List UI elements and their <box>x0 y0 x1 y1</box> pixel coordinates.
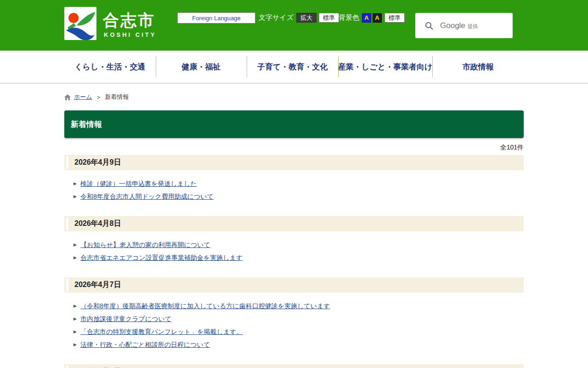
news-date-section: 2026年4月8日 ▶【お知らせ】老人憩の家の利用再開について▶合志市省エネエア… <box>64 216 524 262</box>
home-icon <box>64 94 71 100</box>
news-link[interactable]: （令和8年度）後期高齢者医療制度に加入している方に歯科口腔健診を実施しています <box>80 302 330 310</box>
date-heading: 2026年4月7日 <box>64 277 524 293</box>
breadcrumb-separator: > <box>97 94 101 101</box>
news-link[interactable]: 「合志市の特別支援教育パンフレット」を掲載します。 <box>80 328 243 336</box>
font-size-label: 文字サイズ <box>259 13 294 22</box>
news-link[interactable]: 合志市省エネエアコン設置促進事業補助金を実施します <box>80 254 243 262</box>
search-icon <box>424 21 434 30</box>
news-item: ▶（令和8年度）後期高齢者医療制度に加入している方に歯科口腔健診を実施しています <box>74 302 524 310</box>
global-nav: くらし・生活・交通 健康・福祉 子育て・教育・文化 産業・しごと・事業者向け 市… <box>0 51 588 84</box>
news-item: ▶市内放課後児童クラブについて <box>74 315 524 323</box>
triangle-bullet-icon: ▶ <box>74 254 77 262</box>
triangle-bullet-icon: ▶ <box>74 180 77 188</box>
breadcrumb-current: 新着情報 <box>105 93 129 101</box>
news-list: ▶【お知らせ】老人憩の家の利用再開について▶合志市省エネエアコン設置促進事業補助… <box>64 231 524 262</box>
font-size-controls: 文字サイズ 拡大 標準 <box>259 13 339 23</box>
news-list: ▶（令和8年度）後期高齢者医療制度に加入している方に歯科口腔健診を実施しています… <box>64 293 524 349</box>
news-sections: 2026年4月9日 ▶検診（健診）一括申込書を発送しました▶令和8年度合志市人間… <box>64 155 524 368</box>
site-logo[interactable]: 合志市 KOSHI CITY <box>64 7 156 40</box>
news-date-section: 2026年4月6日 <box>64 364 524 368</box>
breadcrumb: ホーム > 新着情報 <box>64 93 524 101</box>
news-link[interactable]: 令和8年度合志市人間ドック費用助成について <box>80 193 214 201</box>
date-heading: 2026年4月9日 <box>64 155 524 170</box>
site-logo-text: 合志市 KOSHI CITY <box>103 7 156 38</box>
background-color-label: 背景色 <box>339 13 359 22</box>
news-date-section: 2026年4月9日 ▶検診（健診）一括申込書を発送しました▶令和8年度合志市人間… <box>64 155 524 201</box>
news-list: ▶検診（健診）一括申込書を発送しました▶令和8年度合志市人間ドック費用助成につい… <box>64 170 524 201</box>
news-item: ▶【お知らせ】老人憩の家の利用再開について <box>74 241 524 249</box>
news-link[interactable]: 市内放課後児童クラブについて <box>80 315 171 323</box>
nav-item-kosodate[interactable]: 子育て・教育・文化 <box>247 51 338 83</box>
total-count: 全101件 <box>64 144 524 151</box>
date-heading: 2026年4月8日 <box>64 216 524 231</box>
nav-item-kurashi[interactable]: くらし・生活・交通 <box>64 51 156 83</box>
nav-item-sangyo[interactable]: 産業・しごと・事業者向け <box>338 51 433 83</box>
bg-color-standard-button[interactable]: 標準 <box>384 13 405 23</box>
breadcrumb-home-link[interactable]: ホーム <box>74 93 92 101</box>
triangle-bullet-icon: ▶ <box>74 341 77 349</box>
site-header: 合志市 KOSHI CITY Foreign Language 文字サイズ 拡大… <box>0 0 588 51</box>
triangle-bullet-icon: ▶ <box>74 193 77 201</box>
news-item: ▶合志市省エネエアコン設置促進事業補助金を実施します <box>74 254 524 262</box>
nav-item-kenko[interactable]: 健康・福祉 <box>156 51 247 83</box>
triangle-bullet-icon: ▶ <box>74 328 77 336</box>
city-name: 合志市 <box>103 12 156 28</box>
news-item: ▶検診（健診）一括申込書を発送しました <box>74 180 524 188</box>
search-placeholder-brand: Google <box>440 21 465 30</box>
news-link[interactable]: 検診（健診）一括申込書を発送しました <box>80 180 197 188</box>
search-placeholder-suffix: 提供 <box>468 23 478 30</box>
news-link[interactable]: 法律・行政・心配ごと相談所の日程について <box>80 341 210 349</box>
font-size-enlarge-button[interactable]: 拡大 <box>296 13 317 23</box>
main-content: ホーム > 新着情報 新着情報 全101件 2026年4月9日 ▶検診（健診）一… <box>64 93 524 368</box>
date-heading: 2026年4月6日 <box>64 364 524 368</box>
foreign-language-button[interactable]: Foreign Language <box>177 12 255 23</box>
background-color-controls: 背景色 A A 標準 <box>339 13 405 23</box>
koshi-city-emblem-icon <box>64 7 96 40</box>
news-item: ▶令和8年度合志市人間ドック費用助成について <box>74 193 524 201</box>
page-title: 新着情報 <box>64 110 524 138</box>
triangle-bullet-icon: ▶ <box>74 241 77 249</box>
news-date-section: 2026年4月7日 ▶（令和8年度）後期高齢者医療制度に加入している方に歯科口腔… <box>64 277 524 349</box>
bg-color-blue-button[interactable]: A <box>362 13 371 23</box>
news-link[interactable]: 【お知らせ】老人憩の家の利用再開について <box>80 241 210 249</box>
triangle-bullet-icon: ▶ <box>74 302 77 310</box>
bg-color-black-button[interactable]: A <box>373 13 382 23</box>
city-name-en: KOSHI CITY <box>104 31 156 38</box>
news-item: ▶「合志市の特別支援教育パンフレット」を掲載します。 <box>74 328 524 336</box>
news-item: ▶法律・行政・心配ごと相談所の日程について <box>74 341 524 349</box>
nav-item-shisei[interactable]: 市政情報 <box>432 51 524 83</box>
font-size-standard-button[interactable]: 標準 <box>319 13 339 23</box>
triangle-bullet-icon: ▶ <box>74 315 77 323</box>
site-search-input[interactable]: Google 提供 <box>415 13 513 38</box>
